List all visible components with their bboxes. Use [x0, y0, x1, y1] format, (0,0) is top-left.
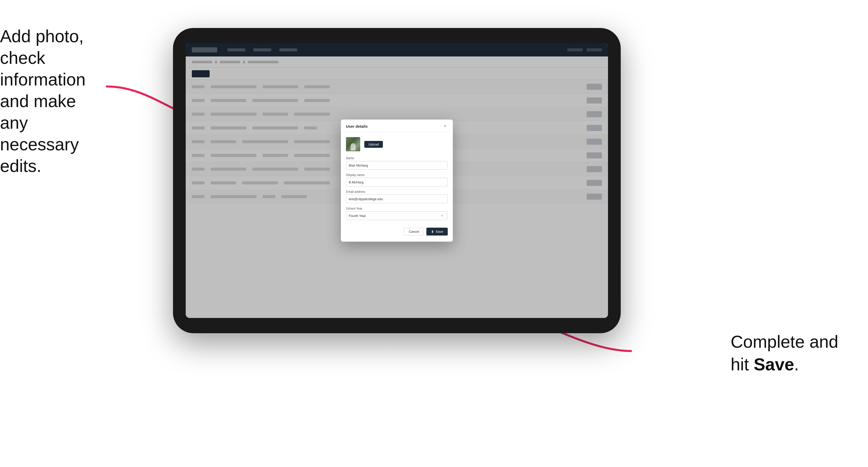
user-photo-thumbnail — [346, 137, 360, 151]
select-controls: × ⌃⌄ — [440, 213, 447, 218]
school-year-label: School Year — [346, 207, 448, 210]
save-button-label: Save — [436, 230, 443, 234]
annotation-right: Complete and hit Save. — [731, 331, 853, 375]
display-name-field-group: Display name — [346, 173, 448, 186]
modal-overlay: User details × Upload — [186, 43, 608, 318]
photo-section: Upload — [346, 137, 448, 151]
email-input[interactable] — [346, 195, 448, 203]
modal-title: User details — [346, 124, 368, 128]
upload-photo-button[interactable]: Upload — [364, 141, 383, 148]
save-icon: ⬆ — [431, 230, 434, 234]
school-year-select[interactable]: Fourth Year First Year Second Year Third… — [346, 211, 448, 220]
tablet-device: User details × Upload — [173, 28, 621, 333]
display-name-label: Display name — [346, 173, 448, 177]
display-name-input[interactable] — [346, 178, 448, 186]
annotation-left: Add photo, check information and make an… — [0, 25, 107, 177]
modal-body: Upload Name Display name — [341, 132, 453, 220]
name-field-group: Name — [346, 156, 448, 170]
modal-close-button[interactable]: × — [443, 124, 448, 129]
select-arrow-button[interactable]: ⌃⌄ — [445, 213, 447, 218]
name-input[interactable] — [346, 161, 448, 170]
select-clear-button[interactable]: × — [440, 213, 444, 218]
tablet-screen: User details × Upload — [186, 43, 608, 318]
email-label: Email address — [346, 190, 448, 193]
modal-footer: Cancel ⬆ Save — [341, 224, 453, 236]
user-photo-image — [346, 137, 360, 151]
save-button[interactable]: ⬆ Save — [426, 228, 448, 236]
school-year-select-wrapper: Fourth Year First Year Second Year Third… — [346, 211, 448, 220]
user-details-modal: User details × Upload — [341, 120, 453, 242]
cancel-button[interactable]: Cancel — [404, 228, 424, 236]
app-background: User details × Upload — [186, 43, 608, 318]
school-year-field-group: School Year Fourth Year First Year Secon… — [346, 207, 448, 220]
modal-header: User details × — [341, 120, 453, 132]
annotation-right-end: . — [794, 354, 799, 374]
email-field-group: Email address — [346, 190, 448, 203]
annotation-right-bold: Save — [754, 354, 794, 374]
name-label: Name — [346, 156, 448, 160]
